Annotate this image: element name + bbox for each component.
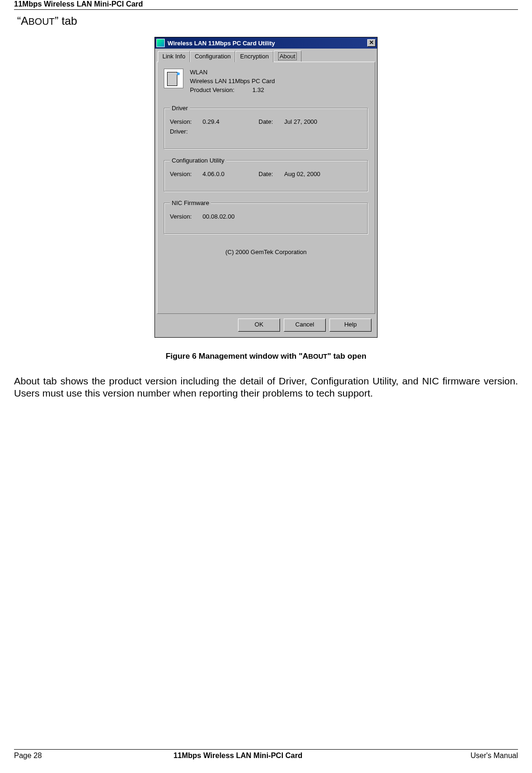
close-button[interactable]: ✕ bbox=[367, 39, 376, 47]
body-paragraph: About tab shows the product version incl… bbox=[14, 375, 518, 400]
nic-firmware-legend: NIC Firmware bbox=[170, 199, 211, 206]
footer-right: User's Manual bbox=[434, 752, 518, 760]
page-footer: Page 28 11Mbps Wireless LAN Mini-PCI Car… bbox=[14, 749, 518, 760]
product-version-value: 1.32 bbox=[252, 86, 264, 93]
driver-path-value bbox=[203, 128, 259, 135]
utility-dialog: Wireless LAN 11Mbps PC Card Utility ✕ Li… bbox=[154, 37, 378, 338]
tab-strip: Link Info Configuration Encryption About bbox=[157, 50, 375, 62]
driver-date-label: Date: bbox=[259, 118, 284, 125]
cfg-version-label: Version: bbox=[170, 170, 203, 177]
copyright-text: (C) 2000 GemTek Corporation bbox=[164, 248, 368, 255]
product-desc: Wireless LAN 11Mbps PC Card bbox=[190, 78, 275, 85]
page-header: 11Mbps Wireless LAN Mini-PCI Card bbox=[14, 0, 518, 10]
product-version-label: Product Version: bbox=[190, 86, 251, 93]
footer-center: 11Mbps Wireless LAN Mini-PCI Card bbox=[42, 752, 434, 760]
driver-version-value: 0.29.4 bbox=[203, 118, 259, 125]
dialog-button-row: OK Cancel Help bbox=[157, 314, 375, 335]
product-name: WLAN bbox=[190, 69, 275, 76]
tab-link-info[interactable]: Link Info bbox=[158, 51, 190, 62]
section-title: “ABOUT” tab bbox=[14, 14, 518, 28]
product-icon bbox=[164, 69, 183, 88]
cfg-date-value: Aug 02, 2000 bbox=[284, 170, 320, 177]
page-number: Page 28 bbox=[14, 752, 42, 760]
help-button[interactable]: Help bbox=[329, 319, 371, 332]
config-utility-group: Configuration Utility Version: 4.06.0.0 … bbox=[164, 157, 368, 192]
tab-about[interactable]: About bbox=[273, 50, 301, 62]
cfg-version-value: 4.06.0.0 bbox=[203, 170, 259, 177]
driver-version-label: Version: bbox=[170, 118, 203, 125]
nic-firmware-group: NIC Firmware Version: 00.08.02.00 bbox=[164, 199, 368, 234]
driver-path-label: Driver: bbox=[170, 128, 203, 135]
driver-date-value: Jul 27, 2000 bbox=[284, 118, 317, 125]
tab-configuration[interactable]: Configuration bbox=[190, 51, 235, 62]
about-panel: WLAN Wireless LAN 11Mbps PC Card Product… bbox=[157, 62, 375, 314]
figure-caption: Figure 6 Management window with "ABOUT" … bbox=[14, 352, 518, 361]
config-utility-legend: Configuration Utility bbox=[170, 157, 226, 164]
titlebar: Wireless LAN 11Mbps PC Card Utility ✕ bbox=[155, 37, 377, 49]
tab-encryption[interactable]: Encryption bbox=[235, 51, 273, 62]
cfg-date-label: Date: bbox=[259, 170, 284, 177]
ok-button[interactable]: OK bbox=[238, 319, 280, 332]
product-info: WLAN Wireless LAN 11Mbps PC Card Product… bbox=[190, 69, 275, 95]
nic-version-label: Version: bbox=[170, 213, 203, 220]
app-icon bbox=[156, 39, 165, 47]
nic-version-value: 00.08.02.00 bbox=[203, 213, 259, 220]
header-product: 11Mbps Wireless LAN Mini-PCI Card bbox=[14, 0, 143, 8]
driver-legend: Driver bbox=[170, 105, 190, 112]
driver-group: Driver Version: 0.29.4 Date: Jul 27, 200… bbox=[164, 105, 368, 149]
cancel-button[interactable]: Cancel bbox=[284, 319, 326, 332]
window-title: Wireless LAN 11Mbps PC Card Utility bbox=[168, 40, 367, 47]
